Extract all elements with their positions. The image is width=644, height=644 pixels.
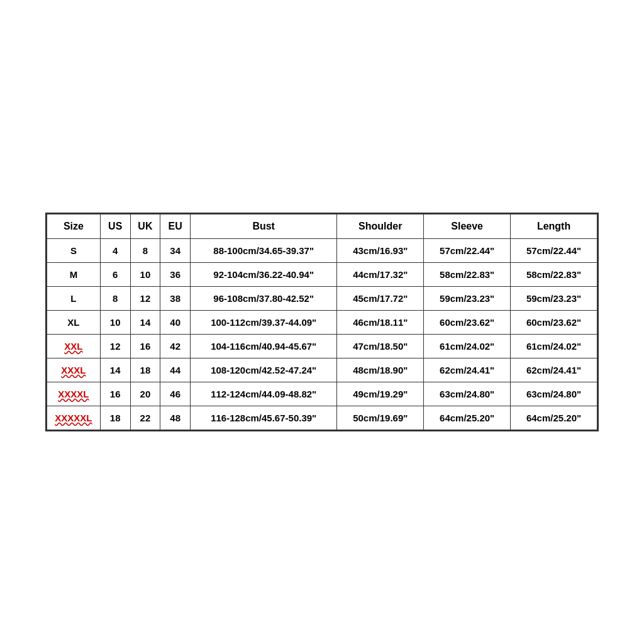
- cell-us: 4: [100, 239, 130, 263]
- cell-sleeve: 63cm/24.80": [424, 382, 511, 406]
- header-uk: UK: [130, 214, 160, 239]
- table-row: XL101440100-112cm/39.37-44.09"46cm/18.11…: [47, 311, 597, 335]
- cell-size: XXXXXL: [47, 406, 101, 430]
- header-shoulder: Shoulder: [337, 214, 424, 239]
- cell-eu: 48: [160, 406, 191, 430]
- cell-size: S: [47, 239, 101, 263]
- cell-bust: 112-124cm/44.09-48.82": [191, 382, 337, 406]
- cell-shoulder: 43cm/16.93": [337, 239, 424, 263]
- cell-eu: 46: [160, 382, 191, 406]
- cell-bust: 104-116cm/40.94-45.67": [191, 335, 337, 358]
- cell-size: XXL: [47, 335, 101, 358]
- cell-shoulder: 46cm/18.11": [337, 311, 424, 335]
- cell-shoulder: 50cm/19.69": [337, 406, 424, 430]
- cell-eu: 38: [160, 287, 191, 311]
- cell-length: 57cm/22.44": [511, 239, 597, 263]
- cell-shoulder: 44cm/17.32": [337, 263, 424, 287]
- cell-sleeve: 62cm/24.41": [424, 358, 511, 382]
- cell-uk: 10: [130, 263, 160, 287]
- cell-bust: 108-120cm/42.52-47.24": [191, 358, 337, 382]
- header-us: US: [100, 214, 130, 239]
- header-size: Size: [47, 214, 101, 239]
- table-row: XXXL141844108-120cm/42.52-47.24"48cm/18.…: [47, 358, 597, 382]
- cell-eu: 36: [160, 263, 191, 287]
- cell-bust: 100-112cm/39.37-44.09": [191, 311, 337, 335]
- cell-us: 12: [100, 335, 130, 358]
- table-row: XXXXL162046112-124cm/44.09-48.82"49cm/19…: [47, 382, 597, 406]
- header-length: Length: [511, 214, 597, 239]
- cell-size: XXXL: [47, 358, 101, 382]
- cell-shoulder: 48cm/18.90": [337, 358, 424, 382]
- cell-length: 59cm/23.23": [511, 287, 597, 311]
- cell-sleeve: 57cm/22.44": [424, 239, 511, 263]
- cell-uk: 12: [130, 287, 160, 311]
- cell-us: 8: [100, 287, 130, 311]
- cell-us: 10: [100, 311, 130, 335]
- cell-length: 61cm/24.02": [511, 335, 597, 358]
- cell-bust: 116-128cm/45.67-50.39": [191, 406, 337, 430]
- cell-bust: 92-104cm/36.22-40.94": [191, 263, 337, 287]
- cell-length: 63cm/24.80": [511, 382, 597, 406]
- cell-uk: 18: [130, 358, 160, 382]
- cell-uk: 8: [130, 239, 160, 263]
- cell-us: 6: [100, 263, 130, 287]
- cell-bust: 88-100cm/34.65-39.37": [191, 239, 337, 263]
- cell-length: 58cm/22.83": [511, 263, 597, 287]
- cell-bust: 96-108cm/37.80-42.52": [191, 287, 337, 311]
- cell-length: 60cm/23.62": [511, 311, 597, 335]
- cell-us: 14: [100, 358, 130, 382]
- cell-shoulder: 45cm/17.72": [337, 287, 424, 311]
- cell-length: 62cm/24.41": [511, 358, 597, 382]
- cell-uk: 20: [130, 382, 160, 406]
- cell-sleeve: 58cm/22.83": [424, 263, 511, 287]
- cell-us: 16: [100, 382, 130, 406]
- cell-size: XXXXL: [47, 382, 101, 406]
- cell-sleeve: 59cm/23.23": [424, 287, 511, 311]
- cell-shoulder: 49cm/19.29": [337, 382, 424, 406]
- cell-eu: 34: [160, 239, 191, 263]
- cell-size: XL: [47, 311, 101, 335]
- table-row: S483488-100cm/34.65-39.37"43cm/16.93"57c…: [47, 239, 597, 263]
- cell-length: 64cm/25.20": [511, 406, 597, 430]
- cell-shoulder: 47cm/18.50": [337, 335, 424, 358]
- size-chart-container: Size US UK EU Bust Shoulder Sleeve Lengt…: [45, 213, 599, 431]
- header-sleeve: Sleeve: [424, 214, 511, 239]
- cell-uk: 22: [130, 406, 160, 430]
- cell-sleeve: 61cm/24.02": [424, 335, 511, 358]
- cell-us: 18: [100, 406, 130, 430]
- header-bust: Bust: [191, 214, 337, 239]
- header-eu: EU: [160, 214, 191, 239]
- cell-sleeve: 64cm/25.20": [424, 406, 511, 430]
- table-row: M6103692-104cm/36.22-40.94"44cm/17.32"58…: [47, 263, 597, 287]
- cell-eu: 42: [160, 335, 191, 358]
- table-row: XXXXXL182248116-128cm/45.67-50.39"50cm/1…: [47, 406, 597, 430]
- cell-size: L: [47, 287, 101, 311]
- table-header-row: Size US UK EU Bust Shoulder Sleeve Lengt…: [47, 214, 597, 239]
- cell-uk: 16: [130, 335, 160, 358]
- table-row: L8123896-108cm/37.80-42.52"45cm/17.72"59…: [47, 287, 597, 311]
- cell-uk: 14: [130, 311, 160, 335]
- size-chart-table: Size US UK EU Bust Shoulder Sleeve Lengt…: [47, 214, 597, 430]
- cell-eu: 40: [160, 311, 191, 335]
- cell-eu: 44: [160, 358, 191, 382]
- table-row: XXL121642104-116cm/40.94-45.67"47cm/18.5…: [47, 335, 597, 358]
- cell-size: M: [47, 263, 101, 287]
- cell-sleeve: 60cm/23.62": [424, 311, 511, 335]
